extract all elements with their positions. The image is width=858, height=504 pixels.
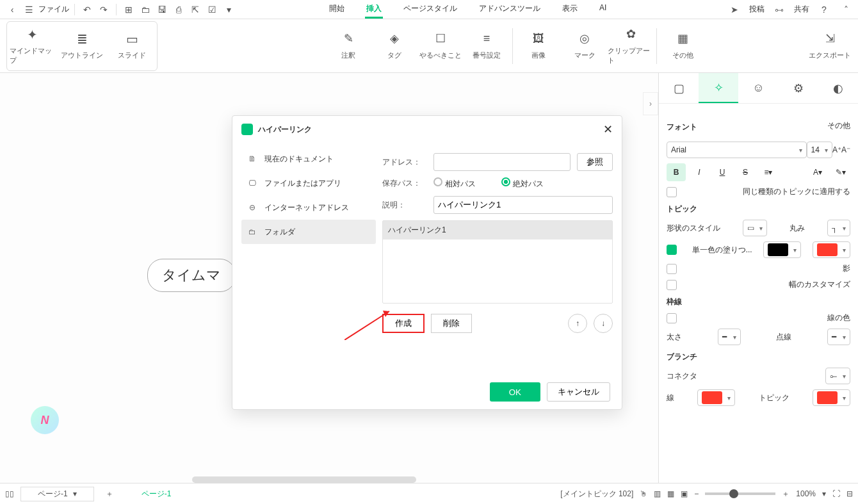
address-input[interactable] xyxy=(433,153,571,171)
panel-toggle-icon[interactable]: › xyxy=(643,92,658,115)
fullscreen-icon[interactable]: ⛶ xyxy=(832,489,840,498)
line-color-checkbox[interactable] xyxy=(667,313,677,323)
font-size-select[interactable]: 14▾ xyxy=(807,142,832,158)
branch-line-color[interactable]: ▾ xyxy=(697,389,735,406)
grid2-icon[interactable]: ▦ xyxy=(667,489,674,498)
custom-width-checkbox[interactable] xyxy=(667,280,677,290)
mouse-icon[interactable]: 🖱 xyxy=(640,489,647,498)
print-icon[interactable]: ⎙ xyxy=(172,3,186,17)
nav-folder[interactable]: 🗀フォルダ xyxy=(241,220,376,244)
tab-view[interactable]: 表示 xyxy=(561,1,579,19)
tab-insert[interactable]: 挿入 xyxy=(365,1,383,19)
absolute-radio[interactable] xyxy=(501,177,510,186)
share-label[interactable]: 共有 xyxy=(794,4,809,15)
other-link[interactable]: その他 xyxy=(827,120,850,131)
ribbon-numbering[interactable]: ≡番号設定 xyxy=(464,32,510,60)
horizontal-scrollbar[interactable] xyxy=(192,476,416,483)
solid-fill-checkbox[interactable] xyxy=(667,245,677,255)
post-label[interactable]: 投稿 xyxy=(749,4,765,15)
view-slide[interactable]: ▭スライド xyxy=(107,22,157,70)
undo-icon[interactable]: ↶ xyxy=(80,3,94,17)
back-icon[interactable]: ‹ xyxy=(5,3,19,17)
ribbon-todo[interactable]: ☐やるべきこと xyxy=(417,31,464,60)
zoom-slider[interactable] xyxy=(705,492,775,495)
nav-file-app[interactable]: 🖵ファイルまたはアプリ xyxy=(241,171,376,195)
ribbon-clipart[interactable]: ✿クリップアート xyxy=(608,27,654,65)
desc-input[interactable] xyxy=(433,196,613,214)
shadow-checkbox[interactable] xyxy=(667,264,677,274)
ribbon-annotate[interactable]: ✎注釈 xyxy=(325,31,371,60)
shape-style-select[interactable]: ▭▾ xyxy=(743,220,767,236)
page-tab-1[interactable]: ページ-1 xyxy=(125,487,188,501)
collapse-icon[interactable]: ˄ xyxy=(839,3,853,17)
ribbon-image[interactable]: 🖼画像 xyxy=(515,32,562,60)
move-up-icon[interactable]: ↑ xyxy=(568,314,587,333)
tab-start[interactable]: 開始 xyxy=(328,1,346,19)
font-family-select[interactable]: Arial▾ xyxy=(667,142,807,158)
font-color-button[interactable]: A▾ xyxy=(808,163,827,181)
increase-font-icon[interactable]: A⁺ xyxy=(832,145,841,154)
ribbon-export[interactable]: ⇲エクスポート xyxy=(807,31,853,60)
nav-current-doc[interactable]: 🗎現在のドキュメント xyxy=(241,147,376,171)
italic-button[interactable]: I xyxy=(690,163,709,181)
close-icon[interactable]: ✕ xyxy=(603,122,613,136)
fit-icon[interactable]: ▣ xyxy=(681,489,688,498)
sp-tab-emoji[interactable]: ☺ xyxy=(738,73,778,103)
zoom-value[interactable]: 100% xyxy=(796,489,816,498)
send-icon[interactable]: ➤ xyxy=(727,3,741,17)
add-page-button[interactable]: ＋ xyxy=(101,486,118,501)
browse-button[interactable]: 参照 xyxy=(577,153,613,171)
sp-tab-style[interactable]: ✧ xyxy=(699,73,738,103)
connector-select[interactable]: ⟜▾ xyxy=(825,368,850,384)
ok-button[interactable]: OK xyxy=(490,382,540,402)
ribbon-tag[interactable]: ◈タグ xyxy=(371,31,417,60)
underline-button[interactable]: U xyxy=(713,163,732,181)
redo-icon[interactable]: ↷ xyxy=(97,3,111,17)
grid1-icon[interactable]: ▥ xyxy=(654,489,661,498)
branch-topic-color[interactable]: ▾ xyxy=(813,389,850,406)
save-icon[interactable]: 🖫 xyxy=(155,3,169,17)
decrease-font-icon[interactable]: A⁻ xyxy=(841,145,850,154)
sp-tab-shape[interactable]: ▢ xyxy=(659,73,699,103)
sp-tab-moon[interactable]: ◐ xyxy=(818,73,858,103)
move-down-icon[interactable]: ↓ xyxy=(594,314,613,333)
main-topic[interactable]: タイムマ xyxy=(147,259,236,292)
page-combo[interactable]: ページ-1▾ xyxy=(20,487,94,501)
relative-radio[interactable] xyxy=(433,177,442,186)
minimize-icon[interactable]: ⊟ xyxy=(846,489,853,498)
view-mindmap[interactable]: ✦マインドマップ xyxy=(7,22,57,70)
file-menu[interactable]: ファイル xyxy=(38,4,69,15)
tab-ai[interactable]: AI xyxy=(598,1,608,19)
fill-color-2[interactable]: ▾ xyxy=(813,241,850,258)
create-button[interactable]: 作成 xyxy=(382,314,425,333)
link-list-item[interactable]: ハイパーリンク1 xyxy=(383,221,612,240)
apply-same-checkbox[interactable] xyxy=(667,187,677,197)
delete-button[interactable]: 削除 xyxy=(431,314,472,333)
weight-select[interactable]: ━▾ xyxy=(718,329,741,345)
tab-pagestyle[interactable]: ページスタイル xyxy=(402,1,458,19)
new-icon[interactable]: ⊞ xyxy=(122,3,136,17)
dash-select[interactable]: ━▾ xyxy=(827,329,850,345)
assistant-button[interactable]: N xyxy=(31,406,59,434)
view-outline[interactable]: ≣アウトライン xyxy=(57,22,107,70)
bold-button[interactable]: B xyxy=(667,163,686,181)
strike-button[interactable]: S xyxy=(736,163,755,181)
open-icon[interactable]: 🗀 xyxy=(138,3,152,17)
ribbon-mark[interactable]: ◎マーク xyxy=(562,31,608,60)
zoom-out-icon[interactable]: − xyxy=(694,489,699,498)
highlight-button[interactable]: ✎▾ xyxy=(831,163,850,181)
zoom-in-icon[interactable]: ＋ xyxy=(782,489,789,500)
menu-icon[interactable]: ☰ xyxy=(22,3,36,17)
share-icon[interactable]: ⧟ xyxy=(772,3,786,17)
check-icon[interactable]: ☑ xyxy=(205,3,219,17)
pages-icon[interactable]: ▯▯ xyxy=(5,489,14,498)
nav-url[interactable]: ⊖インターネットアドレス xyxy=(241,195,376,220)
help-icon[interactable]: ? xyxy=(817,3,831,17)
link-list[interactable]: ハイパーリンク1 xyxy=(382,220,613,304)
cancel-button[interactable]: キャンセル xyxy=(547,382,610,402)
align-button[interactable]: ≡▾ xyxy=(759,163,778,181)
chevron-down-icon[interactable]: ▾ xyxy=(222,3,236,17)
tab-advanced[interactable]: アドバンスツール xyxy=(478,1,542,19)
round-select[interactable]: ┐▾ xyxy=(827,220,850,236)
fill-color-1[interactable]: ▾ xyxy=(763,241,801,258)
